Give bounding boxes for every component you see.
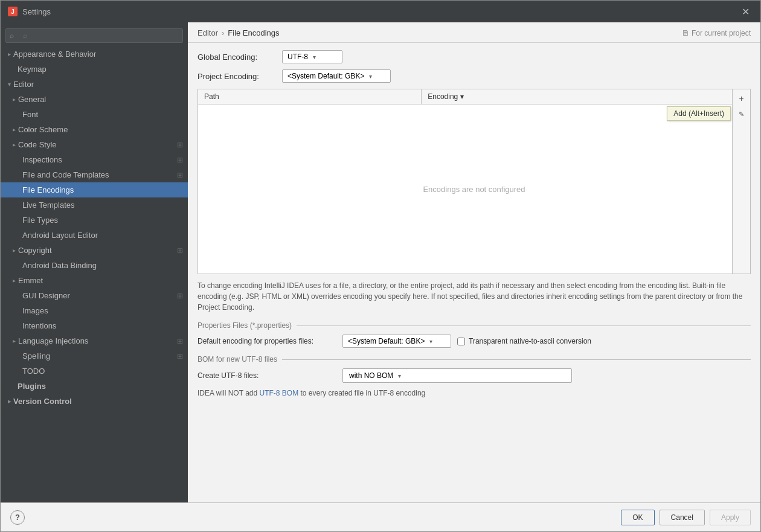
sidebar-item-plugins[interactable]: Plugins: [1, 379, 188, 394]
transparent-label: Transparent native-to-ascii conversion: [469, 337, 591, 345]
bom-note-start: IDEA will NOT add: [197, 389, 259, 397]
sidebar-item-label: File Types: [22, 216, 58, 225]
project-encoding-select[interactable]: <System Default: GBK> ▾: [282, 69, 391, 83]
sidebar-item-emmet[interactable]: ▸Emmet: [1, 273, 188, 288]
encodings-table: Path Encoding ▾ Encodings are not config…: [197, 89, 751, 274]
cancel-button[interactable]: Cancel: [660, 510, 705, 525]
ok-button[interactable]: OK: [621, 510, 654, 525]
sidebar-item-label: Editor: [13, 80, 34, 89]
sidebar-item-android-data[interactable]: Android Data Binding: [1, 258, 188, 273]
global-encoding-value: UTF-8: [287, 53, 308, 61]
bom-select-value: with NO BOM: [349, 371, 393, 380]
sidebar-item-label: Intentions: [22, 321, 56, 330]
properties-encoding-value: <System Default: GBK>: [348, 337, 425, 345]
add-tooltip-text: Add (Alt+Insert): [673, 109, 724, 118]
sidebar-item-color-scheme[interactable]: ▸Color Scheme: [1, 122, 188, 137]
sidebar-item-intentions[interactable]: Intentions: [1, 318, 188, 333]
sidebar-item-general[interactable]: ▸General: [1, 92, 188, 107]
main-content: Editor › File Encodings 🖹 For current pr…: [188, 22, 760, 502]
breadcrumb-bar: Editor › File Encodings 🖹 For current pr…: [188, 22, 760, 43]
breadcrumb-project: 🖹 For current project: [682, 29, 751, 37]
chevron-icon: ▾: [8, 81, 11, 88]
help-button[interactable]: ?: [10, 510, 25, 525]
edit-button[interactable]: ✎: [735, 107, 748, 121]
title-bar: J Settings ✕: [1, 1, 760, 22]
sidebar-item-images[interactable]: Images: [1, 303, 188, 318]
app-icon: J: [8, 7, 18, 16]
transparent-checkbox[interactable]: [457, 338, 465, 345]
sidebar-item-code-style[interactable]: ▸Code Style⊞: [1, 137, 188, 152]
chevron-icon: ▸: [8, 51, 11, 57]
chevron-icon: ▸: [13, 96, 16, 103]
bom-row: Create UTF-8 files: with NO BOM ▾: [197, 368, 751, 383]
chevron-icon: ▸: [13, 247, 16, 254]
bom-select[interactable]: with NO BOM ▾: [342, 368, 572, 383]
sidebar-item-label: Inspections: [22, 155, 62, 164]
sidebar-item-keymap[interactable]: Keymap: [1, 62, 188, 77]
apply-button[interactable]: Apply: [710, 510, 751, 525]
properties-encoding-arrow: ▾: [429, 338, 432, 345]
add-button[interactable]: +: [735, 92, 748, 105]
sidebar-item-label: Android Layout Editor: [22, 231, 98, 240]
sidebar-item-file-types[interactable]: File Types: [1, 213, 188, 228]
sidebar-item-file-encodings[interactable]: File Encodings: [1, 182, 188, 197]
project-encoding-label: Project Encoding:: [197, 72, 276, 81]
bom-note-end: to every created file in UTF-8 encoding: [298, 389, 425, 397]
chevron-icon: ▸: [8, 398, 11, 405]
encoding-column-header: Encoding ▾: [422, 89, 750, 104]
bom-select-arrow: ▾: [398, 373, 401, 379]
empty-message: Encodings are not configured: [423, 185, 525, 194]
sidebar-item-label: Version Control: [13, 397, 72, 406]
add-tooltip: Add (Alt+Insert): [667, 106, 731, 121]
sidebar-item-label: Spelling: [22, 351, 50, 361]
global-encoding-row: Global Encoding: UTF-8 ▾: [197, 50, 751, 63]
sidebar-item-android-layout[interactable]: Android Layout Editor: [1, 228, 188, 243]
config-icon: ⊞: [177, 292, 183, 300]
breadcrumb-current: File Encodings: [228, 28, 279, 37]
sidebar-item-copyright[interactable]: ▸Copyright⊞: [1, 243, 188, 258]
sidebar-item-version-control[interactable]: ▸Version Control: [1, 394, 188, 409]
chevron-icon: ▸: [13, 126, 16, 133]
config-icon: ⊞: [177, 156, 183, 164]
chevron-icon: ▸: [13, 277, 16, 284]
sidebar-item-label: Font: [22, 110, 38, 119]
close-button[interactable]: ✕: [738, 5, 753, 19]
footer-left: ?: [10, 510, 25, 525]
sidebar-item-todo[interactable]: TODO: [1, 364, 188, 379]
sidebar-item-label: TODO: [22, 367, 45, 376]
sidebar-item-editor[interactable]: ▾Editor: [1, 77, 188, 92]
sidebar-item-font[interactable]: Font: [1, 107, 188, 122]
search-box[interactable]: ⌕: [5, 28, 183, 43]
transparent-checkbox-label[interactable]: Transparent native-to-ascii conversion: [457, 337, 591, 345]
sidebar-item-live-templates[interactable]: Live Templates: [1, 197, 188, 213]
config-icon: ⊞: [177, 141, 183, 149]
properties-encoding-row: Default encoding for properties files: <…: [197, 335, 751, 348]
global-encoding-select[interactable]: UTF-8 ▾: [282, 50, 342, 63]
sidebar-item-label: Color Scheme: [18, 125, 68, 134]
config-icon: ⊞: [177, 337, 183, 345]
sidebar-item-label: Code Style: [18, 140, 57, 149]
sidebar-item-language-injections[interactable]: ▸Language Injections⊞: [1, 333, 188, 348]
search-input[interactable]: [5, 28, 183, 43]
breadcrumb-separator: ›: [222, 28, 224, 37]
sidebar-items-container: ▸Appearance & BehaviorKeymap▾Editor▸Gene…: [1, 46, 188, 409]
sidebar-item-file-code-templates[interactable]: File and Code Templates⊞: [1, 167, 188, 182]
sidebar-item-appearance[interactable]: ▸Appearance & Behavior: [1, 46, 188, 62]
project-icon: 🖹: [682, 29, 689, 37]
sidebar-item-inspections[interactable]: Inspections⊞: [1, 152, 188, 167]
global-encoding-label: Global Encoding:: [197, 53, 276, 62]
bom-note-link[interactable]: UTF-8 BOM: [259, 389, 298, 397]
config-icon: ⊞: [177, 246, 183, 255]
bom-section-title: BOM for new UTF-8 files: [197, 355, 751, 364]
sidebar-item-spelling[interactable]: Spelling⊞: [1, 348, 188, 364]
sidebar-item-label: Android Data Binding: [22, 261, 97, 270]
table-sidebar: + ✎: [732, 89, 750, 274]
bom-section: BOM for new UTF-8 files Create UTF-8 fil…: [197, 355, 751, 397]
sidebar-item-label: File and Code Templates: [22, 170, 109, 179]
properties-encoding-select[interactable]: <System Default: GBK> ▾: [342, 335, 451, 348]
sidebar-item-label: Copyright: [18, 246, 52, 255]
project-encoding-row: Project Encoding: <System Default: GBK> …: [197, 69, 751, 83]
default-encoding-label: Default encoding for properties files:: [197, 337, 336, 345]
sidebar-item-gui-designer[interactable]: GUI Designer⊞: [1, 288, 188, 303]
create-utf8-label: Create UTF-8 files:: [197, 371, 336, 380]
